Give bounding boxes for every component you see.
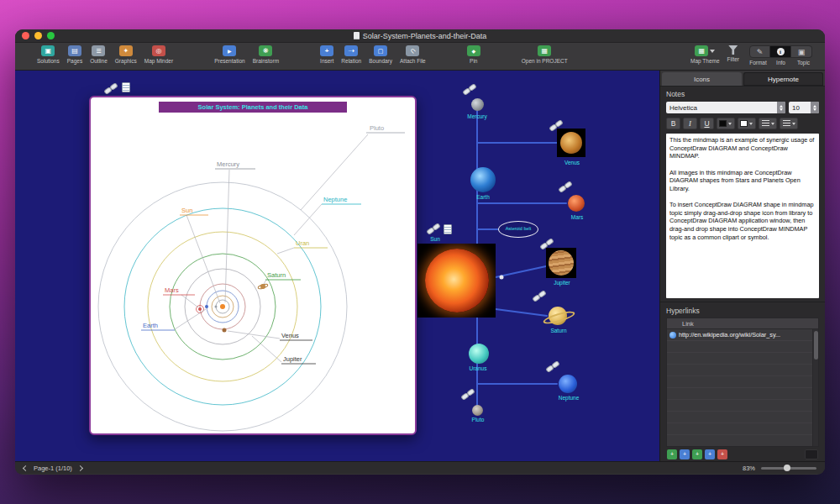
- add-hyperlink-button[interactable]: [667, 449, 677, 459]
- toolbar-label: Solutions: [37, 58, 60, 64]
- toolbar-label: Outline: [90, 58, 108, 64]
- topic-neptune[interactable]: [559, 375, 577, 393]
- toolbar-attach-file[interactable]: Attach File: [400, 45, 426, 64]
- toolbar-map-theme[interactable]: Map Theme: [690, 45, 720, 64]
- topic-label-pluto: Pluto: [472, 417, 485, 423]
- toolbar-pin[interactable]: Pin: [467, 45, 480, 64]
- toolbar-outline[interactable]: Outline: [90, 45, 108, 64]
- topic-earth[interactable]: [470, 167, 496, 192]
- chevron-down-icon: [710, 50, 715, 53]
- topic-pluto[interactable]: [472, 405, 483, 416]
- topic-label-earth: Earth: [476, 194, 490, 200]
- topic-venus[interactable]: [557, 129, 585, 157]
- map-theme-icon: [695, 45, 708, 56]
- boundary-icon: [374, 45, 387, 56]
- underline-button[interactable]: U: [700, 118, 714, 129]
- toolbar-filter[interactable]: Filter: [727, 45, 739, 62]
- sun-image: [425, 249, 489, 312]
- chevron-down-icon: [792, 123, 795, 125]
- hyperlink-options-button[interactable]: [805, 449, 818, 459]
- toolbar-relation[interactable]: Relation: [341, 45, 361, 64]
- toolbar-insert[interactable]: Insert: [320, 45, 333, 64]
- app-window: Solar-System-Planets-and-their-Data Solu…: [15, 29, 825, 475]
- alignment-button[interactable]: [759, 118, 777, 129]
- toolbar-map-minder[interactable]: Map Minder: [144, 45, 173, 64]
- collapse-dot[interactable]: [500, 276, 504, 280]
- tab-icons[interactable]: Icons: [662, 72, 742, 86]
- globe-icon: [669, 332, 676, 339]
- tab-hypernote[interactable]: Hypernote: [743, 72, 823, 86]
- earth-dot: [205, 305, 208, 308]
- close-button[interactable]: [22, 32, 29, 39]
- hyperlink-chain-icon[interactable]: [104, 84, 118, 94]
- hyperlink-chain-icon[interactable]: [559, 182, 573, 192]
- hyperlink-chain-icon[interactable]: [461, 390, 475, 400]
- previous-page-button[interactable]: [23, 465, 29, 470]
- info-button[interactable]: i: [770, 45, 791, 58]
- minimize-button[interactable]: [34, 32, 42, 39]
- map-minder-icon: [152, 45, 165, 56]
- window-title-wrap: Solar-System-Planets-and-their-Data: [15, 29, 825, 42]
- add-file-link-button[interactable]: [705, 449, 715, 459]
- hyperlinks-scrollbar[interactable]: [812, 329, 818, 446]
- font-family-select[interactable]: Helvetica: [666, 102, 785, 113]
- mercury-dot: [215, 306, 218, 308]
- line-spacing-button[interactable]: [780, 118, 798, 129]
- sun-dot: [220, 304, 225, 309]
- notes-textarea[interactable]: This the mindmap is an example of synerg…: [666, 134, 819, 298]
- toolbar: Solutions Pages Outline Graphics Map Min…: [15, 43, 825, 71]
- text-style-row: B I U: [660, 115, 825, 131]
- zoom-controls: 83%: [743, 465, 816, 472]
- hyperlink-chain-icon[interactable]: [427, 224, 441, 234]
- mindmap-canvas[interactable]: Solar System: Planets and their Data: [15, 71, 659, 461]
- topic-jupiter[interactable]: [546, 248, 576, 278]
- topic-asteroid-belt[interactable]: Asteroid belt: [498, 221, 538, 238]
- toolbar-presentation[interactable]: Presentation: [214, 45, 245, 64]
- note-icon[interactable]: [122, 82, 130, 92]
- toolbar-brainstorm[interactable]: Brainstorm: [253, 45, 279, 64]
- stepper-icon: [777, 102, 785, 113]
- toolbar-solutions[interactable]: Solutions: [37, 45, 60, 64]
- toolbar-pages[interactable]: Pages: [67, 45, 82, 64]
- insert-icon: [320, 45, 333, 56]
- zoom-slider[interactable]: [761, 467, 816, 470]
- italic-button[interactable]: I: [683, 118, 697, 129]
- hyperlink-row[interactable]: http://en.wikipedia.org/wiki/Solar_sy...: [667, 329, 818, 341]
- toolbar-label: Presentation: [214, 58, 245, 64]
- hyperlink-chain-icon[interactable]: [533, 291, 547, 302]
- page-indicator: Page-1 (1/10): [34, 465, 72, 472]
- font-size-select[interactable]: 10: [789, 102, 819, 113]
- hyperlink-chain-icon[interactable]: [463, 85, 477, 95]
- scrollbar-thumb[interactable]: [814, 331, 818, 360]
- toolbar-label: Insert: [320, 58, 333, 64]
- bold-button[interactable]: B: [666, 118, 680, 129]
- topic-mars[interactable]: [568, 195, 585, 212]
- zoom-button[interactable]: [47, 32, 55, 39]
- topic-mercury[interactable]: [471, 98, 484, 111]
- hyperlink-chain-icon[interactable]: [546, 362, 560, 372]
- next-page-button[interactable]: [77, 465, 83, 470]
- topic-button[interactable]: [791, 45, 812, 58]
- highlight-color-swatch[interactable]: [738, 118, 756, 129]
- solutions-icon: [41, 45, 55, 56]
- topic-sun[interactable]: [417, 244, 496, 318]
- topic-label-mercury: Mercury: [467, 113, 486, 119]
- filter-funnel-icon: [728, 45, 738, 55]
- text-color-swatch[interactable]: [717, 118, 735, 129]
- topic-uranus[interactable]: [469, 344, 489, 364]
- remove-hyperlink-button[interactable]: [717, 449, 727, 459]
- format-button[interactable]: [749, 45, 770, 58]
- toolbar-graphics[interactable]: Graphics: [115, 45, 137, 64]
- toolbar-open-in-project[interactable]: Open in PROJECT: [522, 45, 568, 64]
- font-family-value: Helvetica: [669, 104, 697, 112]
- zoom-slider-thumb[interactable]: [784, 465, 790, 471]
- topic-label-neptune: Neptune: [559, 395, 580, 401]
- add-topic-link-button[interactable]: [692, 449, 702, 459]
- diagram-panel[interactable]: Solar System: Planets and their Data: [89, 96, 417, 435]
- align-lines-icon: [762, 120, 769, 127]
- note-icon[interactable]: [444, 224, 452, 234]
- topic-saturn[interactable]: [549, 307, 567, 325]
- toolbar-boundary[interactable]: Boundary: [369, 45, 392, 64]
- hyperlinks-header: Hyperlinks: [660, 302, 825, 317]
- add-page-link-button[interactable]: [680, 449, 690, 459]
